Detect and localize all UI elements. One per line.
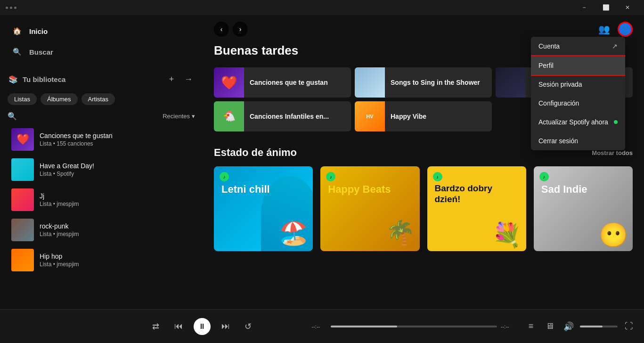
playlist-thumb: [11, 158, 34, 181]
quick-card-thumb: ❤️: [214, 67, 244, 98]
quick-card-shower[interactable]: Songs to Sing in the Shower: [355, 67, 492, 98]
mood-section-title: Estado de ánimo: [214, 147, 297, 159]
prev-button[interactable]: ⏮: [171, 319, 186, 334]
playlist-list: ❤️ Canciones que te gustan Lista • 155 c…: [0, 124, 203, 309]
sidebar-item-inicio[interactable]: 🏠 Inicio: [4, 21, 199, 41]
sidebar: 🏠 Inicio 🔍 Buscar 📚 Tu biblioteca + → Li…: [0, 15, 203, 309]
repeat-button[interactable]: ↺: [241, 319, 256, 334]
forward-button[interactable]: ›: [233, 22, 248, 37]
library-icons: + →: [165, 73, 195, 86]
list-item[interactable]: rock-punk Lista • jmespjim: [4, 215, 199, 245]
external-link-icon: ↗: [612, 42, 618, 50]
playlist-info: Canciones que te gustan Lista • 155 canc…: [40, 132, 191, 147]
library-filters: Listas Álbumes Artistas: [0, 90, 203, 108]
mood-card-title-bardzo: Bardzo dobry dzień!: [435, 183, 498, 205]
titlebar-dots: [6, 7, 16, 9]
mood-card-title-letni: Letni chill: [221, 183, 270, 196]
playlist-meta: Lista • Spotify: [40, 171, 191, 177]
volume-bar[interactable]: [580, 326, 618, 327]
playlist-name: Have a Great Day!: [40, 162, 191, 170]
playlist-meta: Lista • jmespjim: [40, 231, 191, 237]
profile-button[interactable]: 👤: [618, 22, 633, 37]
spotify-icon: ♪: [539, 172, 549, 181]
playback-bar: ⇄ ⏮ ⏸ ⏭ ↺ --:-- --:-- ≡ 🖥 🔊 ⛶: [0, 309, 644, 343]
next-button[interactable]: ⏭: [218, 319, 233, 334]
spotify-icon: ♪: [220, 172, 229, 181]
playlist-name: Hip hop: [40, 253, 191, 260]
back-button[interactable]: ‹: [214, 22, 229, 37]
playlist-name: rock-punk: [40, 222, 191, 230]
mood-card-title-happy: Happy Beats: [328, 183, 391, 196]
dropdown-sesion-privada[interactable]: Sesión privada: [531, 75, 625, 94]
playlist-name: Jj: [40, 192, 191, 200]
progress-bar-container: --:-- --:--: [312, 324, 516, 329]
sidebar-item-label: Inicio: [29, 27, 48, 35]
shuffle-button[interactable]: ⇄: [148, 319, 163, 334]
dropdown-configuracion[interactable]: Configuración: [531, 94, 625, 113]
play-pause-button[interactable]: ⏸: [194, 318, 211, 335]
minimize-button[interactable]: −: [573, 0, 595, 15]
filter-albumes[interactable]: Álbumes: [41, 93, 78, 105]
fullscreen-button[interactable]: ⛶: [621, 319, 636, 334]
playlist-thumb: [11, 188, 34, 211]
header-right: 👥 👤: [596, 22, 633, 37]
mood-card-bg: ♪ 🌴 Happy Beats: [320, 166, 419, 251]
quick-card-thumb: [355, 67, 385, 98]
library-add-button[interactable]: +: [165, 73, 178, 86]
playlist-info: rock-punk Lista • jmespjim: [40, 222, 191, 237]
spotify-icon: ♪: [433, 172, 442, 181]
mood-card-sadindie[interactable]: ♪ 😶 Sad Indie: [534, 166, 633, 251]
update-dot-icon: [614, 120, 618, 124]
progress-fill: [331, 326, 397, 327]
quick-card-happyvibe[interactable]: HV Happy Vibe: [355, 101, 492, 131]
mood-card-happy[interactable]: ♪ 🌴 Happy Beats: [320, 166, 419, 251]
list-item[interactable]: Have a Great Day! Lista • Spotify: [4, 155, 199, 185]
mood-card-bardzo[interactable]: ♪ 💐 Bardzo dobry dzień!: [427, 166, 526, 251]
progress-track[interactable]: [331, 326, 497, 327]
mood-card-letni[interactable]: ♪ 🏖️ Letni chill: [214, 166, 313, 251]
quick-card-thumb: HV: [355, 101, 385, 131]
queue-button[interactable]: ≡: [523, 319, 538, 334]
sidebar-nav: 🏠 Inicio 🔍 Buscar: [0, 15, 203, 68]
dropdown-header: Cuenta ↗: [531, 37, 625, 56]
dropdown-update[interactable]: Actualizar Spotify ahora: [531, 113, 625, 131]
quick-card-label: Happy Vibe: [385, 113, 492, 120]
nav-arrows: ‹ ›: [214, 22, 248, 37]
quick-card-liked[interactable]: ❤️ Canciones que te gustan: [214, 67, 351, 98]
list-item[interactable]: Hip hop Lista • jmespjim: [4, 245, 199, 275]
total-time: --:--: [501, 324, 516, 329]
sidebar-item-buscar[interactable]: 🔍 Buscar: [4, 41, 199, 62]
library-header: 📚 Tu biblioteca + →: [0, 68, 203, 90]
playlist-thumb: ❤️: [11, 128, 34, 151]
library-search-button[interactable]: 🔍: [8, 112, 17, 121]
library-arrow-button[interactable]: →: [182, 73, 195, 86]
right-controls: ≡ 🖥 🔊 ⛶: [523, 319, 636, 334]
playback-controls: ⇄ ⏮ ⏸ ⏭ ↺: [100, 318, 304, 335]
quick-card-label: Canciones Infantiles en...: [244, 113, 351, 120]
quick-card-thumb: 🐔: [214, 101, 244, 131]
titlebar-dot: [14, 7, 16, 9]
filter-listas[interactable]: Listas: [8, 93, 37, 105]
spotify-icon: ♪: [326, 172, 335, 181]
dropdown-cerrar-sesion[interactable]: Cerrar sesión: [531, 131, 625, 150]
playlist-meta: Lista • jmespjim: [40, 261, 191, 268]
quick-card-label: Canciones que te gustan: [244, 79, 351, 86]
filter-artistas[interactable]: Artistas: [82, 93, 115, 105]
maximize-button[interactable]: ⬜: [595, 0, 617, 15]
library-sort[interactable]: Recientes ▾: [163, 113, 195, 120]
dropdown-perfil[interactable]: Perfil: [531, 56, 625, 75]
quick-card-infantiles[interactable]: 🐔 Canciones Infantiles en...: [214, 101, 351, 131]
quick-card-label: Songs to Sing in the Shower: [385, 79, 492, 86]
search-icon: 🔍: [11, 46, 23, 57]
device-button[interactable]: 🖥: [542, 319, 557, 334]
playlist-info: Have a Great Day! Lista • Spotify: [40, 162, 191, 177]
close-button[interactable]: ✕: [617, 0, 638, 15]
titlebar: − ⬜ ✕: [0, 0, 644, 15]
mood-card-title-sadindie: Sad Indie: [541, 183, 587, 196]
mood-card-bg: ♪ 💐 Bardzo dobry dzień!: [427, 166, 526, 251]
volume-button[interactable]: 🔊: [561, 319, 576, 334]
list-item[interactable]: Jj Lista • jmespjim: [4, 185, 199, 215]
library-search-sort: 🔍 Recientes ▾: [0, 108, 203, 124]
list-item[interactable]: ❤️ Canciones que te gustan Lista • 155 c…: [4, 124, 199, 155]
group-session-button[interactable]: 👥: [596, 22, 612, 37]
